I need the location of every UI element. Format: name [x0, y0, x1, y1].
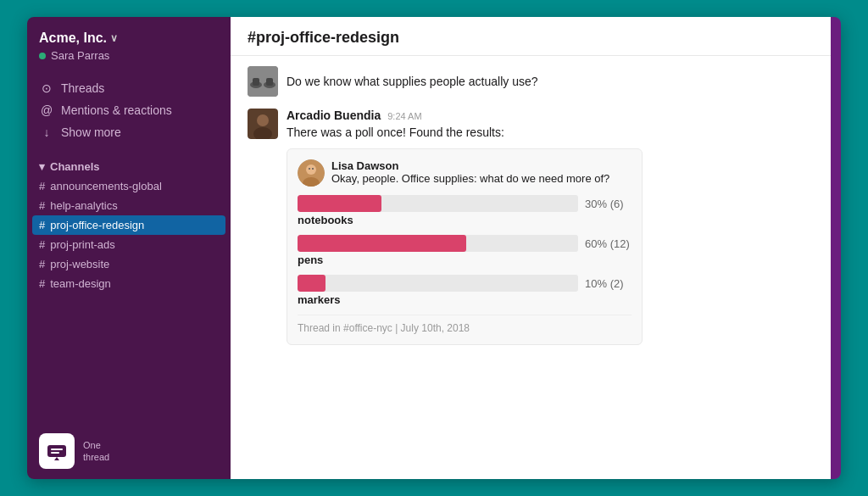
- channel-name-label: proj-office-redesign: [50, 219, 144, 231]
- hash-icon: #: [39, 180, 45, 192]
- threads-icon: ⊙: [39, 81, 54, 95]
- hash-icon: #: [39, 258, 45, 270]
- svg-point-15: [309, 168, 310, 170]
- show-more-icon: ↓: [39, 125, 54, 139]
- poll-author-row: Lisa Dawson Okay, people. Office supplie…: [298, 159, 632, 187]
- message-row: Arcadio Buendia 9:24 AM There was a poll…: [248, 109, 814, 345]
- sidebar-item-help-analytics[interactable]: # help-analytics: [27, 196, 231, 215]
- logo: [39, 433, 75, 469]
- message-time: 9:24 AM: [387, 111, 421, 121]
- hash-icon: #: [39, 219, 45, 231]
- user-name-label: Sara Parras: [51, 49, 109, 62]
- avatar: [248, 109, 278, 139]
- message-row: Do we know what supplies people actually…: [248, 66, 814, 97]
- sidebar-nav: ⊙ Threads @ Mentions & reactions ↓ Show …: [27, 70, 231, 150]
- thread-footer: Thread in #office-nyc | July 10th, 2018: [298, 315, 632, 334]
- poll-option-label: pens: [298, 254, 632, 266]
- svg-rect-8: [266, 78, 273, 86]
- logo-text-label: One thread: [83, 439, 109, 464]
- sidebar-item-mentions[interactable]: @ Mentions & reactions: [27, 99, 231, 121]
- user-status: Sara Parras: [39, 49, 219, 62]
- messages-area[interactable]: Do we know what supplies people actually…: [231, 56, 831, 479]
- channel-title: #proj-office-redesign: [248, 29, 814, 47]
- sidebar-header: Acme, Inc. ∨ Sara Parras: [27, 17, 231, 70]
- sidebar-item-announcements-global[interactable]: # announcements-global: [27, 176, 231, 196]
- sidebar-item-threads[interactable]: ⊙ Threads: [27, 77, 231, 99]
- hash-icon: #: [39, 238, 45, 251]
- channel-name-label: team-design: [50, 277, 111, 290]
- poll-option-markers: 10% (2) markers: [298, 275, 632, 306]
- channel-name-label: announcements-global: [50, 180, 162, 192]
- avatar: [248, 66, 278, 97]
- poll-bar-fill: [298, 235, 466, 252]
- sidebar-item-proj-print-ads[interactable]: # proj-print-ads: [27, 235, 231, 254]
- svg-point-13: [306, 164, 316, 175]
- message-text: There was a poll once! Found the results…: [287, 124, 814, 142]
- message-body: Arcadio Buendia 9:24 AM There was a poll…: [287, 109, 814, 345]
- workspace-chevron-icon: ∨: [110, 32, 118, 44]
- threads-label: Threads: [61, 81, 104, 95]
- svg-rect-7: [253, 78, 259, 86]
- poll-percent-label: 10% (2): [585, 277, 632, 290]
- sidebar-footer: One thread: [27, 423, 231, 479]
- svg-point-16: [312, 168, 314, 170]
- svg-rect-0: [47, 445, 66, 457]
- poll-author-name: Lisa Dawson: [331, 159, 609, 172]
- channels-header-label: Channels: [50, 160, 100, 173]
- svg-rect-4: [248, 66, 278, 97]
- poll-author-text: Lisa Dawson Okay, people. Office supplie…: [331, 159, 609, 187]
- status-online-dot: [39, 53, 46, 59]
- logo-line2: thread: [83, 451, 109, 463]
- lisa-avatar: [298, 159, 325, 187]
- sidebar-item-team-design[interactable]: # team-design: [27, 274, 231, 293]
- poll-bar-track: [298, 195, 578, 212]
- poll-option-label: markers: [298, 293, 632, 306]
- poll-question: Okay, people. Office supplies: what do w…: [331, 172, 609, 185]
- channels-collapse-icon: ▾: [39, 160, 45, 173]
- right-panel: [831, 17, 841, 479]
- mentions-icon: @: [39, 103, 54, 117]
- lisa-avatar-svg: [298, 159, 325, 187]
- poll-option-label: notebooks: [298, 214, 632, 226]
- poll-container: Lisa Dawson Okay, people. Office supplie…: [287, 148, 643, 345]
- main-content: #proj-office-redesign Do we know what su…: [231, 17, 831, 479]
- app-container: Acme, Inc. ∨ Sara Parras ⊙ Threads @ Men…: [27, 17, 841, 479]
- poll-bar-row: 10% (2): [298, 275, 632, 292]
- svg-point-10: [257, 114, 269, 126]
- show-more-label: Show more: [61, 125, 121, 139]
- poll-bar-fill: [298, 195, 381, 212]
- sidebar-item-proj-office-redesign[interactable]: # proj-office-redesign: [32, 215, 225, 235]
- poll-option-pens: 60% (12) pens: [298, 235, 632, 266]
- svg-rect-1: [51, 449, 63, 450]
- sidebar-item-proj-website[interactable]: # proj-website: [27, 254, 231, 274]
- logo-svg: [44, 438, 70, 464]
- message-text: Do we know what supplies people actually…: [287, 73, 538, 91]
- workspace-name[interactable]: Acme, Inc. ∨: [39, 31, 219, 46]
- message-author: Arcadio Buendia: [287, 109, 381, 122]
- shoes-avatar-svg: [248, 66, 278, 97]
- logo-line1: One: [83, 439, 109, 451]
- mentions-label: Mentions & reactions: [61, 103, 172, 117]
- channel-name-label: help-analytics: [50, 199, 118, 212]
- message-meta: Arcadio Buendia 9:24 AM: [287, 109, 814, 122]
- channel-name-label: proj-website: [50, 258, 109, 270]
- poll-bar-row: 30% (6): [298, 195, 632, 212]
- poll-bar-track: [298, 235, 578, 252]
- channel-header: #proj-office-redesign: [231, 17, 831, 56]
- channel-name-label: proj-print-ads: [50, 238, 115, 251]
- poll-bar-row: 60% (12): [298, 235, 632, 252]
- workspace-name-label: Acme, Inc.: [39, 31, 107, 46]
- hash-icon: #: [39, 277, 45, 290]
- sidebar: Acme, Inc. ∨ Sara Parras ⊙ Threads @ Men…: [27, 17, 231, 479]
- poll-percent-label: 30% (6): [585, 198, 632, 210]
- hash-icon: #: [39, 199, 45, 212]
- svg-marker-3: [54, 457, 59, 460]
- poll-option-notebooks: 30% (6) notebooks: [298, 195, 632, 226]
- poll-bar-fill: [298, 275, 326, 292]
- svg-rect-2: [51, 452, 59, 454]
- arcadio-avatar-svg: [248, 109, 278, 139]
- poll-bar-track: [298, 275, 578, 292]
- poll-percent-label: 60% (12): [585, 237, 632, 250]
- channels-section-header: ▾ Channels: [27, 150, 231, 176]
- sidebar-item-show-more[interactable]: ↓ Show more: [27, 121, 231, 143]
